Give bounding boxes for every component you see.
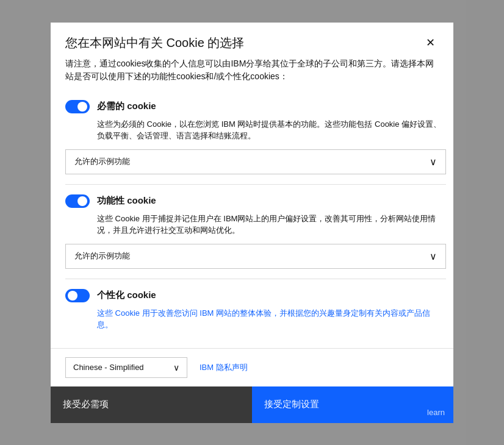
cookie-modal: 您在本网站中有关 Cookie 的选择 ✕ 请注意，通过cookies收集的个人…: [51, 23, 453, 423]
functional-desc: 这些 Cookie 用于捕捉并记住用户在 IBM网站上的用户偏好设置，改善其可用…: [65, 213, 446, 237]
required-toggle[interactable]: [65, 100, 90, 113]
required-accordion-label: 允许的示例功能: [74, 156, 130, 167]
close-button[interactable]: ✕: [422, 35, 439, 51]
functional-accordion[interactable]: 允许的示例功能 ∨: [65, 244, 446, 269]
modal-intro: 请注意，通过cookies收集的个人信息可以由IBM分享给其位于全球的子公司和第…: [51, 57, 453, 90]
modal-body: 必需的 cookie 这些为必须的 Cookie，以在您浏览 IBM 网站时提供…: [51, 90, 451, 348]
required-cookie-section: 必需的 cookie 这些为必须的 Cookie，以在您浏览 IBM 网站时提供…: [65, 90, 446, 185]
required-desc: 这些为必须的 Cookie，以在您浏览 IBM 网站时提供基本的功能。这些功能包…: [65, 118, 446, 142]
privacy-link[interactable]: IBM 隐私声明: [200, 362, 248, 373]
language-selector[interactable]: Chinese - Simplified ∨: [65, 357, 187, 378]
language-label: Chinese - Simplified: [73, 363, 173, 372]
functional-section-header: 功能性 cookie: [65, 194, 446, 208]
required-section-header: 必需的 cookie: [65, 100, 446, 113]
learn-label: learn: [427, 408, 445, 417]
personalized-desc: 这些 Cookie 用于改善您访问 IBM 网站的整体体验，并根据您的兴趣量身定…: [65, 307, 446, 331]
modal-header: 您在本网站中有关 Cookie 的选择 ✕: [51, 23, 453, 57]
accept-custom-button[interactable]: 接受定制设置 learn: [252, 386, 453, 423]
required-accordion-chevron: ∨: [430, 156, 437, 168]
functional-cookie-section: 功能性 cookie 这些 Cookie 用于捕捉并记住用户在 IBM网站上的用…: [65, 185, 446, 279]
functional-title: 功能性 cookie: [97, 195, 156, 207]
functional-accordion-label: 允许的示例功能: [74, 251, 130, 262]
personalized-title: 个性化 cookie: [97, 290, 156, 301]
functional-accordion-chevron: ∨: [430, 251, 437, 262]
accept-custom-label: 接受定制设置: [264, 399, 319, 409]
functional-toggle[interactable]: [65, 194, 90, 208]
required-title: 必需的 cookie: [97, 101, 156, 112]
required-accordion[interactable]: 允许的示例功能 ∨: [65, 149, 446, 174]
modal-title: 您在本网站中有关 Cookie 的选择: [65, 35, 412, 51]
modal-overlay: 您在本网站中有关 Cookie 的选择 ✕ 请注意，通过cookies收集的个人…: [0, 0, 504, 445]
accept-required-button[interactable]: 接受必需项: [51, 386, 252, 423]
modal-actions: 接受必需项 接受定制设置 learn: [51, 386, 453, 423]
personalized-section-header: 个性化 cookie: [65, 289, 446, 302]
personalized-toggle[interactable]: [65, 289, 90, 302]
language-chevron-icon: ∨: [173, 363, 179, 372]
personalized-cookie-section: 个性化 cookie 这些 Cookie 用于改善您访问 IBM 网站的整体体验…: [65, 279, 446, 348]
modal-footer: Chinese - Simplified ∨ IBM 隐私声明: [51, 348, 453, 386]
